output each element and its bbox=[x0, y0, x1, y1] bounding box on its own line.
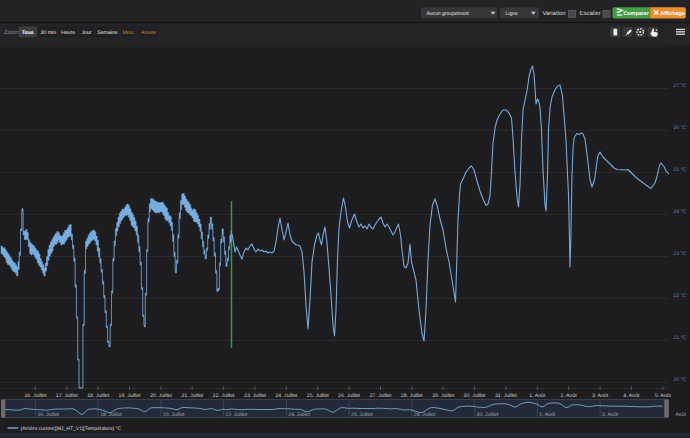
svg-text:28. Juillet: 28. Juillet bbox=[401, 393, 423, 399]
svg-text:21. Juillet: 21. Juillet bbox=[181, 393, 203, 399]
svg-text:30. Juillet: 30. Juillet bbox=[477, 412, 499, 418]
svg-text:Tous: Tous bbox=[22, 30, 34, 36]
svg-text:22. Juillet: 22. Juillet bbox=[226, 412, 248, 418]
svg-text:22. Juillet: 22. Juillet bbox=[213, 393, 235, 399]
svg-text:Heure: Heure bbox=[61, 30, 75, 36]
svg-text:Août: Août bbox=[676, 412, 686, 418]
svg-text:21 °C: 21 °C bbox=[673, 335, 686, 341]
svg-text:23 °C: 23 °C bbox=[673, 251, 686, 257]
svg-text:3. Août: 3. Août bbox=[592, 393, 608, 399]
svg-text:29. Juillet: 29. Juillet bbox=[432, 393, 454, 399]
svg-text:4. Août: 4. Août bbox=[623, 393, 639, 399]
svg-text:26. Juillet: 26. Juillet bbox=[351, 412, 373, 418]
svg-text:1. Août: 1. Août bbox=[539, 412, 555, 418]
svg-text:1. Août: 1. Août bbox=[529, 393, 545, 399]
svg-text:Ligne: Ligne bbox=[506, 11, 518, 17]
svg-text:26 °C: 26 °C bbox=[673, 125, 686, 131]
svg-text:28. Juillet: 28. Juillet bbox=[414, 412, 436, 418]
svg-text:Affichage: Affichage bbox=[660, 11, 685, 17]
svg-text:31. Juillet: 31. Juillet bbox=[495, 393, 517, 399]
svg-text:27. Juillet: 27. Juillet bbox=[369, 393, 391, 399]
svg-text:Aucun groupement: Aucun groupement bbox=[426, 11, 468, 17]
svg-text:24 °C: 24 °C bbox=[673, 209, 686, 215]
svg-text:Mois: Mois bbox=[123, 30, 134, 36]
svg-text:Escalier: Escalier bbox=[580, 10, 601, 17]
svg-text:24. Juillet: 24. Juillet bbox=[275, 393, 297, 399]
svg-text:Année: Année bbox=[141, 30, 156, 36]
svg-text:19. Juillet: 19. Juillet bbox=[119, 393, 141, 399]
svg-text:20. Juillet: 20. Juillet bbox=[163, 412, 185, 418]
svg-text:26. Juillet: 26. Juillet bbox=[338, 393, 360, 399]
svg-text:Zoom: Zoom bbox=[4, 29, 19, 36]
svg-text:25 °C: 25 °C bbox=[673, 167, 686, 173]
svg-text:23. Juillet: 23. Juillet bbox=[244, 393, 266, 399]
svg-text:20 °C: 20 °C bbox=[673, 377, 686, 383]
svg-text:Variation: Variation bbox=[542, 10, 565, 17]
svg-text:16. Juillet: 16. Juillet bbox=[24, 393, 46, 399]
svg-text:Jour: Jour bbox=[81, 30, 91, 36]
svg-text:25. Juillet: 25. Juillet bbox=[307, 393, 329, 399]
svg-text:5. Août: 5. Août bbox=[655, 393, 671, 399]
svg-text:18. Juillet: 18. Juillet bbox=[87, 393, 109, 399]
svg-text:22 °C: 22 °C bbox=[673, 293, 686, 299]
svg-text:16. Juillet: 16. Juillet bbox=[37, 412, 59, 418]
svg-text:27 °C: 27 °C bbox=[673, 83, 686, 89]
svg-text:Comparer: Comparer bbox=[623, 11, 649, 17]
svg-text:[Arrière cuisine][MJ_HT_V1][Te: [Arrière cuisine][MJ_HT_V1][Température]… bbox=[21, 426, 121, 432]
svg-text:24. Juillet: 24. Juillet bbox=[288, 412, 310, 418]
svg-text:2. Août: 2. Août bbox=[561, 393, 577, 399]
svg-text:30. Juillet: 30. Juillet bbox=[464, 393, 486, 399]
svg-text:3. Août: 3. Août bbox=[602, 412, 618, 418]
svg-text:30 min: 30 min bbox=[40, 30, 56, 36]
svg-text:20. Juillet: 20. Juillet bbox=[150, 393, 172, 399]
svg-text:17. Juillet: 17. Juillet bbox=[56, 393, 78, 399]
svg-text:Semaine: Semaine bbox=[97, 30, 118, 36]
